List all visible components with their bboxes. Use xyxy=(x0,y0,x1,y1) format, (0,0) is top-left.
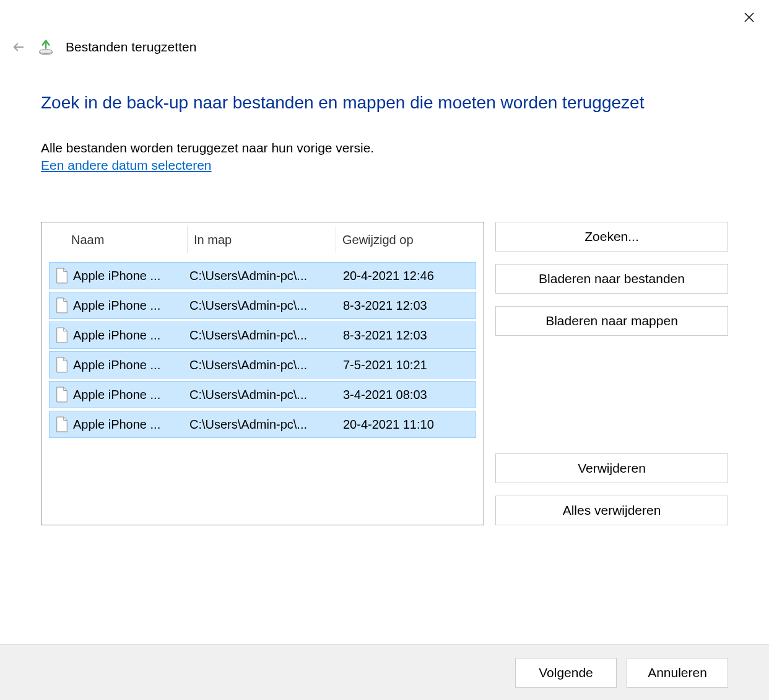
column-header-date[interactable]: Gewijzigd op xyxy=(336,226,480,253)
file-list: Naam In map Gewijzigd op Apple iPhone ..… xyxy=(41,222,484,525)
table-row[interactable]: Apple iPhone ...C:\Users\Admin-pc\...3-4… xyxy=(49,381,476,408)
arrow-left-icon xyxy=(12,40,25,54)
row-folder: C:\Users\Admin-pc\... xyxy=(189,418,338,432)
browse-folders-button[interactable]: Bladeren naar mappen xyxy=(495,306,728,336)
row-date: 7-5-2021 10:21 xyxy=(338,358,476,372)
close-button[interactable] xyxy=(737,5,762,30)
file-icon xyxy=(50,327,69,343)
row-folder: C:\Users\Admin-pc\... xyxy=(189,328,338,343)
window-title: Bestanden terugzetten xyxy=(66,40,196,55)
row-name: Apple iPhone ... xyxy=(69,418,189,432)
file-icon xyxy=(50,297,69,313)
row-name: Apple iPhone ... xyxy=(69,328,189,343)
file-icon xyxy=(50,387,69,403)
row-folder: C:\Users\Admin-pc\... xyxy=(189,358,338,372)
page-subtext: Alle bestanden worden teruggezet naar hu… xyxy=(41,141,728,155)
row-date: 8-3-2021 12:03 xyxy=(338,299,476,313)
back-button[interactable] xyxy=(11,40,26,55)
remove-all-button[interactable]: Alles verwijderen xyxy=(495,496,728,525)
file-icon xyxy=(50,357,69,373)
cancel-button[interactable]: Annuleren xyxy=(627,658,728,688)
row-date: 20-4-2021 11:10 xyxy=(338,418,476,432)
list-header: Naam In map Gewijzigd op xyxy=(45,226,480,253)
row-folder: C:\Users\Admin-pc\... xyxy=(189,388,338,402)
page-heading: Zoek in de back-up naar bestanden en map… xyxy=(41,93,728,113)
select-date-link[interactable]: Een andere datum selecteren xyxy=(41,158,212,173)
table-row[interactable]: Apple iPhone ...C:\Users\Admin-pc\...7-5… xyxy=(49,351,476,378)
next-button[interactable]: Volgende xyxy=(515,658,617,688)
row-name: Apple iPhone ... xyxy=(69,358,189,372)
bottom-bar: Volgende Annuleren xyxy=(0,644,769,700)
column-header-folder[interactable]: In map xyxy=(188,226,336,253)
column-header-name[interactable]: Naam xyxy=(45,226,188,253)
row-folder: C:\Users\Admin-pc\... xyxy=(189,269,338,283)
browse-files-button[interactable]: Bladeren naar bestanden xyxy=(495,264,728,294)
table-row[interactable]: Apple iPhone ...C:\Users\Admin-pc\...8-3… xyxy=(49,292,476,319)
file-icon xyxy=(50,416,69,432)
table-row[interactable]: Apple iPhone ...C:\Users\Admin-pc\...20-… xyxy=(49,411,476,438)
row-name: Apple iPhone ... xyxy=(69,299,189,313)
row-date: 3-4-2021 08:03 xyxy=(338,388,476,402)
close-icon xyxy=(744,12,754,22)
remove-button[interactable]: Verwijderen xyxy=(495,453,728,483)
table-row[interactable]: Apple iPhone ...C:\Users\Admin-pc\...20-… xyxy=(49,262,476,289)
row-name: Apple iPhone ... xyxy=(69,269,189,283)
row-folder: C:\Users\Admin-pc\... xyxy=(189,299,338,313)
restore-files-icon xyxy=(37,38,54,56)
row-date: 8-3-2021 12:03 xyxy=(338,328,476,343)
svg-point-3 xyxy=(40,50,53,54)
search-button[interactable]: Zoeken... xyxy=(495,222,728,252)
file-icon xyxy=(50,268,69,284)
table-row[interactable]: Apple iPhone ...C:\Users\Admin-pc\...8-3… xyxy=(49,322,476,349)
row-name: Apple iPhone ... xyxy=(69,388,189,402)
row-date: 20-4-2021 12:46 xyxy=(338,269,476,283)
